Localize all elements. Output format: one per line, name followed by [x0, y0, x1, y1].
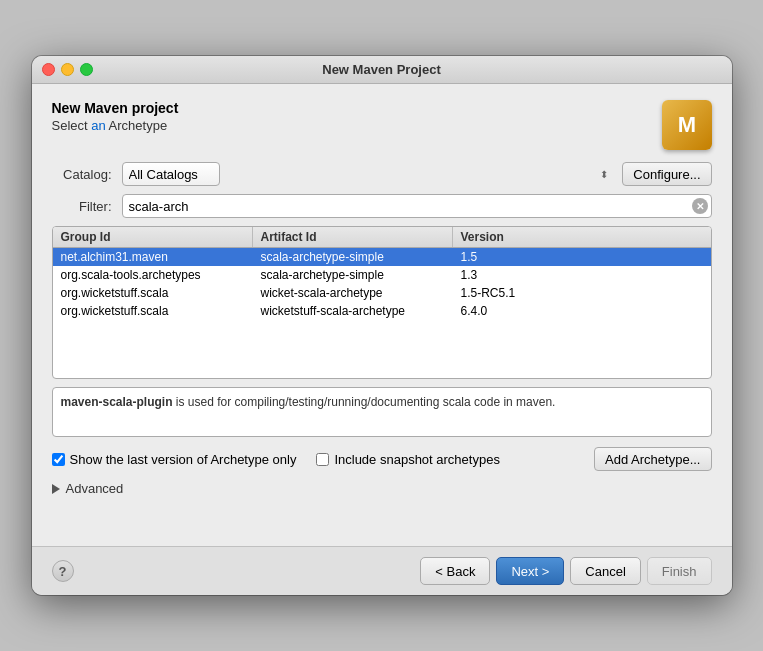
cell-group-id: net.alchim31.maven [53, 248, 253, 266]
cell-artifact-id: scala-archetype-simple [253, 248, 453, 266]
include-snapshot-checkbox[interactable] [316, 453, 329, 466]
cancel-button[interactable]: Cancel [570, 557, 640, 585]
cell-group-id: org.wicketstuff.scala [53, 302, 253, 320]
cell-group-id: org.scala-tools.archetypes [53, 266, 253, 284]
description-bold: maven-scala-plugin [61, 395, 173, 409]
advanced-label: Advanced [66, 481, 124, 496]
header-left: New Maven project Select an Archetype [52, 100, 179, 133]
include-snapshot-label: Include snapshot archetypes [334, 452, 500, 467]
expand-icon [52, 484, 60, 494]
options-row: Show the last version of Archetype only … [52, 447, 712, 471]
catalog-select-wrapper: All Catalogs Internal Local Central ⬍ Co… [122, 162, 712, 186]
filter-row: Filter: ✕ [52, 194, 712, 218]
catalog-row: Catalog: All Catalogs Internal Local Cen… [52, 162, 712, 186]
include-snapshot-checkbox-label[interactable]: Include snapshot archetypes [316, 452, 500, 467]
footer: ? < Back Next > Cancel Finish [32, 546, 732, 595]
col-group-id[interactable]: Group Id [53, 227, 253, 247]
cell-version: 6.4.0 [453, 302, 553, 320]
next-button[interactable]: Next > [496, 557, 564, 585]
window-title: New Maven Project [322, 62, 441, 77]
cell-artifact-id: wicket-scala-archetype [253, 284, 453, 302]
chevron-down-icon: ⬍ [600, 169, 608, 180]
table-row[interactable]: org.wicketstuff.scala wicketstuff-scala-… [53, 302, 711, 320]
advanced-section[interactable]: Advanced [52, 481, 712, 496]
col-version[interactable]: Version [453, 227, 553, 247]
footer-buttons: < Back Next > Cancel Finish [420, 557, 711, 585]
titlebar: New Maven Project [32, 56, 732, 84]
filter-label: Filter: [52, 199, 112, 214]
table-body: net.alchim31.maven scala-archetype-simpl… [53, 248, 711, 378]
archetype-table: Group Id Artifact Id Version net.alchim3… [52, 226, 712, 379]
filter-input-wrapper: ✕ [122, 194, 712, 218]
table-row[interactable]: net.alchim31.maven scala-archetype-simpl… [53, 248, 711, 266]
traffic-lights [42, 63, 93, 76]
main-window: New Maven Project New Maven project Sele… [32, 56, 732, 595]
catalog-label: Catalog: [52, 167, 112, 182]
show-last-version-checkbox-label[interactable]: Show the last version of Archetype only [52, 452, 297, 467]
content-area: New Maven project Select an Archetype M … [32, 84, 732, 546]
description-box: maven-scala-plugin is used for compiling… [52, 387, 712, 437]
page-subtitle: Select an Archetype [52, 118, 179, 133]
clear-filter-button[interactable]: ✕ [692, 198, 708, 214]
configure-button[interactable]: Configure... [622, 162, 711, 186]
table-header: Group Id Artifact Id Version [53, 227, 711, 248]
add-archetype-button[interactable]: Add Archetype... [594, 447, 711, 471]
close-button[interactable] [42, 63, 55, 76]
cell-version: 1.5 [453, 248, 553, 266]
page-title: New Maven project [52, 100, 179, 116]
catalog-select-container: All Catalogs Internal Local Central ⬍ [122, 162, 615, 186]
cell-version: 1.5-RC5.1 [453, 284, 553, 302]
cell-version: 1.3 [453, 266, 553, 284]
description-text: is used for compiling/testing/running/do… [173, 395, 556, 409]
cell-artifact-id: wicketstuff-scala-archetype [253, 302, 453, 320]
header-section: New Maven project Select an Archetype M [52, 100, 712, 150]
subtitle-link: an [91, 118, 105, 133]
col-artifact-id[interactable]: Artifact Id [253, 227, 453, 247]
footer-left: ? [52, 560, 74, 582]
help-button[interactable]: ? [52, 560, 74, 582]
table-row[interactable]: org.wicketstuff.scala wicket-scala-arche… [53, 284, 711, 302]
minimize-button[interactable] [61, 63, 74, 76]
show-last-version-label: Show the last version of Archetype only [70, 452, 297, 467]
back-button[interactable]: < Back [420, 557, 490, 585]
cell-group-id: org.wicketstuff.scala [53, 284, 253, 302]
table-row[interactable]: org.scala-tools.archetypes scala-archety… [53, 266, 711, 284]
maximize-button[interactable] [80, 63, 93, 76]
cell-artifact-id: scala-archetype-simple [253, 266, 453, 284]
spacer [52, 506, 712, 546]
finish-button[interactable]: Finish [647, 557, 712, 585]
filter-input[interactable] [122, 194, 712, 218]
maven-icon: M [662, 100, 712, 150]
catalog-select[interactable]: All Catalogs Internal Local Central [122, 162, 220, 186]
show-last-version-checkbox[interactable] [52, 453, 65, 466]
